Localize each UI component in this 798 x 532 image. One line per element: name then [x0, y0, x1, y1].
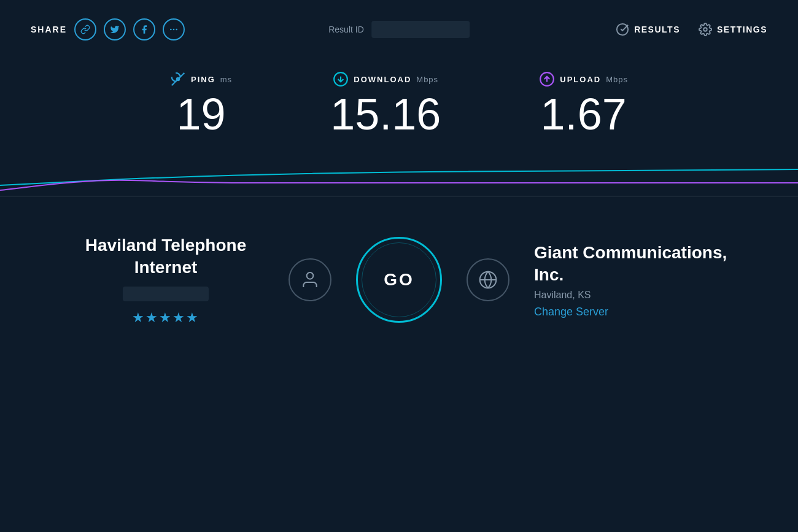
- download-value: 15.16: [330, 92, 441, 136]
- svg-point-3: [617, 24, 628, 35]
- ping-label: PING: [191, 75, 215, 84]
- server-section: Giant Communications, Inc. Haviland, KS …: [534, 242, 730, 319]
- ping-icon: [170, 71, 186, 87]
- download-icon: [333, 71, 349, 87]
- more-icon[interactable]: [163, 18, 185, 40]
- header: SHARE Result ID: [0, 0, 798, 59]
- svg-point-1: [173, 29, 175, 31]
- upload-value: 1.67: [539, 92, 628, 136]
- svg-point-11: [307, 272, 314, 279]
- server-location: Haviland, KS: [534, 290, 730, 301]
- settings-label: SETTINGS: [717, 25, 767, 34]
- user-icon: [300, 270, 320, 290]
- isp-redacted-value: [123, 287, 209, 301]
- ping-unit: ms: [220, 75, 232, 84]
- svg-point-2: [176, 29, 177, 31]
- isp-stars: ★★★★★: [68, 310, 264, 326]
- download-label: DOWNLOAD: [354, 75, 411, 84]
- svg-point-5: [176, 77, 180, 82]
- results-label: RESULTS: [634, 25, 680, 34]
- result-id-section: Result ID: [328, 21, 470, 38]
- isp-section: Haviland Telephone Internet ★★★★★: [68, 234, 264, 326]
- settings-button[interactable]: SETTINGS: [699, 23, 767, 36]
- server-name: Giant Communications, Inc.: [534, 242, 730, 287]
- graph-svg: [0, 148, 798, 198]
- results-button[interactable]: RESULTS: [616, 23, 680, 36]
- change-server-button[interactable]: Change Server: [534, 306, 730, 318]
- upload-icon: [539, 71, 555, 87]
- ping-stat: PING ms 19: [121, 71, 281, 136]
- share-section: SHARE: [31, 18, 185, 40]
- go-label: GO: [384, 270, 414, 290]
- share-label: SHARE: [31, 25, 67, 34]
- go-button[interactable]: GO: [356, 237, 442, 323]
- link-icon[interactable]: [74, 18, 96, 40]
- download-stat: DOWNLOAD Mbps 15.16: [281, 71, 490, 136]
- header-right: RESULTS SETTINGS: [616, 23, 767, 36]
- result-id-value: [371, 21, 470, 38]
- globe-icon-button[interactable]: [467, 258, 509, 301]
- user-icon-button[interactable]: [289, 258, 331, 301]
- result-id-label: Result ID: [328, 25, 364, 34]
- ping-value: 19: [170, 92, 232, 136]
- facebook-icon[interactable]: [133, 18, 155, 40]
- go-button-wrapper: GO: [356, 237, 442, 323]
- upload-stat: UPLOAD Mbps 1.67: [490, 71, 677, 136]
- globe-icon: [478, 270, 498, 290]
- svg-point-0: [170, 29, 172, 31]
- twitter-icon[interactable]: [104, 18, 126, 40]
- bottom-section: Haviland Telephone Internet ★★★★★ GO Gia…: [0, 198, 798, 350]
- upload-label: UPLOAD: [560, 75, 601, 84]
- isp-name: Haviland Telephone Internet: [68, 234, 264, 279]
- speed-graph: [0, 148, 798, 198]
- stats-section: PING ms 19 DOWNLOAD Mbps 15.16 UPLOAD Mb…: [0, 59, 798, 142]
- download-unit: Mbps: [416, 75, 438, 84]
- svg-point-4: [703, 28, 707, 31]
- upload-unit: Mbps: [606, 75, 628, 84]
